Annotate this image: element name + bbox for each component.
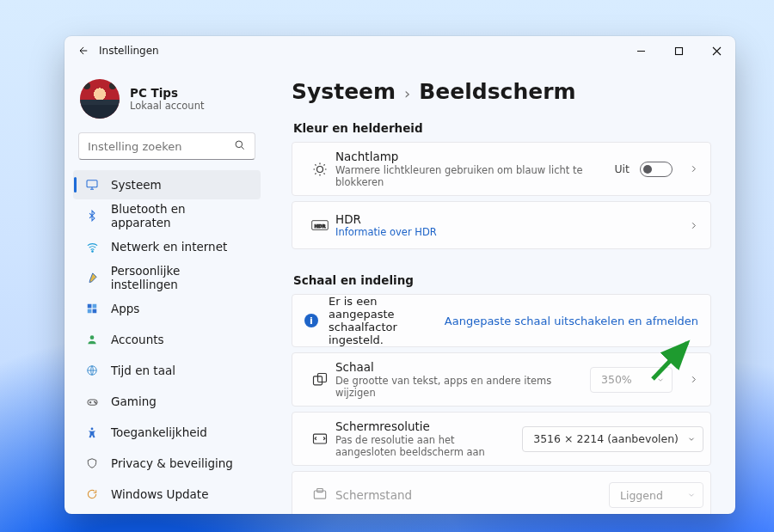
sidebar-item-apps[interactable]: Apps <box>73 294 261 323</box>
sidebar-item-bluetooth[interactable]: Bluetooth en apparaten <box>73 201 261 230</box>
svg-rect-2 <box>87 180 97 187</box>
resolution-dropdown[interactable]: 3516 × 2214 (aanbevolen) <box>522 426 703 452</box>
sidebar-item-personalization[interactable]: Persoonlijke instellingen <box>73 263 261 292</box>
svg-point-11 <box>94 401 95 401</box>
orientation-dropdown: Liggend <box>609 482 703 508</box>
bluetooth-icon <box>85 209 99 223</box>
breadcrumb-root[interactable]: Systeem <box>292 79 396 104</box>
profile-name: PC Tips <box>130 86 204 100</box>
setting-night-light[interactable]: Nachtlamp Warmere lichtkleuren gebruiken… <box>292 142 711 196</box>
paintbrush-icon <box>85 271 99 284</box>
search-input[interactable] <box>88 140 234 153</box>
svg-point-8 <box>90 335 95 339</box>
svg-rect-7 <box>93 309 97 314</box>
setting-orientation: Schermstand Liggend <box>292 471 711 514</box>
sidebar-item-label: Tijd en taal <box>111 364 175 377</box>
sidebar-item-accounts[interactable]: Accounts <box>73 325 261 354</box>
minimize-button[interactable] <box>622 36 660 65</box>
sidebar-item-system[interactable]: Systeem <box>73 170 261 199</box>
info-icon: i <box>304 314 318 327</box>
sidebar-item-label: Windows Update <box>111 487 208 501</box>
avatar <box>80 79 120 119</box>
svg-text:HDR: HDR <box>315 223 326 229</box>
orientation-value: Liggend <box>620 489 663 502</box>
sidebar-item-label: Accounts <box>111 333 164 346</box>
sidebar-item-windows-update[interactable]: Windows Update <box>73 480 261 509</box>
chevron-right-icon[interactable] <box>683 164 703 174</box>
chevron-down-icon <box>687 435 696 443</box>
update-icon <box>85 487 99 501</box>
svg-point-14 <box>317 166 323 172</box>
orientation-icon <box>304 486 335 504</box>
sidebar: PC Tips Lokaal account Systee <box>64 65 269 514</box>
hdr-icon: HDR <box>304 219 335 231</box>
setting-resolution[interactable]: Schermresolutie Pas de resolutie aan het… <box>292 412 711 466</box>
chevron-down-icon <box>656 376 665 384</box>
svg-rect-6 <box>88 309 92 314</box>
sidebar-item-label: Netwerk en internet <box>111 240 227 254</box>
night-light-title: Nachtlamp <box>335 150 605 163</box>
sidebar-item-gaming[interactable]: Gaming <box>73 387 261 416</box>
settings-window: Instellingen PC Tips <box>64 36 735 514</box>
setting-hdr[interactable]: HDR HDR Informatie over HDR <box>292 201 711 249</box>
chevron-down-icon <box>687 491 696 499</box>
profile-subtitle: Lokaal account <box>130 100 204 112</box>
hdr-title: HDR <box>335 212 674 226</box>
apps-icon <box>85 302 99 315</box>
scale-dropdown[interactable]: 350% <box>590 367 673 393</box>
svg-rect-0 <box>675 47 682 54</box>
accounts-icon <box>85 333 99 346</box>
orientation-title: Schermstand <box>335 488 600 502</box>
window-title: Instellingen <box>99 45 622 57</box>
main-content: Systeem › Beeldscherm Kleur en helderhei… <box>269 65 735 514</box>
sidebar-item-privacy[interactable]: Privacy & beveiliging <box>73 449 261 478</box>
network-icon <box>85 240 99 254</box>
sidebar-item-label: Persoonlijke instellingen <box>111 264 249 291</box>
sidebar-item-label: Systeem <box>111 178 162 192</box>
chevron-right-icon: › <box>404 84 410 102</box>
sidebar-item-label: Bluetooth en apparaten <box>111 202 249 229</box>
chevron-right-icon[interactable] <box>683 375 703 384</box>
scale-title: Schaal <box>335 360 581 374</box>
disable-custom-scale-link[interactable]: Aangepaste schaal uitschakelen en afmeld… <box>445 315 698 327</box>
section-title-brightness: Kleur en helderheid <box>292 118 711 142</box>
back-button[interactable] <box>77 45 99 57</box>
svg-rect-5 <box>93 304 97 309</box>
night-light-toggle[interactable] <box>640 162 673 177</box>
custom-scale-notice-text: Er is een aangepaste schaalfactor ingest… <box>329 295 434 346</box>
titlebar: Instellingen <box>64 36 735 65</box>
night-light-sub: Warmere lichtkleuren gebruiken om blauw … <box>335 164 605 188</box>
maximize-button[interactable] <box>660 36 697 65</box>
scale-icon <box>304 371 335 388</box>
svg-rect-4 <box>88 304 92 309</box>
chevron-right-icon[interactable] <box>683 221 703 230</box>
accessibility-icon <box>85 425 99 439</box>
svg-point-3 <box>91 250 93 252</box>
resolution-title: Schermresolutie <box>335 419 513 433</box>
scale-value: 350% <box>601 373 632 386</box>
close-button[interactable] <box>697 36 735 65</box>
page-title: Beeldscherm <box>419 79 575 104</box>
night-light-state: Uit <box>614 162 630 175</box>
scale-sub: De grootte van tekst, apps en andere ite… <box>335 375 581 399</box>
sidebar-item-time-language[interactable]: Tijd en taal <box>73 356 261 385</box>
shield-icon <box>85 456 99 470</box>
globe-icon <box>85 364 99 377</box>
sidebar-item-label: Privacy & beveiliging <box>111 456 233 470</box>
sidebar-item-accessibility[interactable]: Toegankelijkheid <box>73 418 261 447</box>
breadcrumb: Systeem › Beeldscherm <box>292 74 711 118</box>
resolution-sub: Pas de resolutie aan het aangesloten bee… <box>335 434 513 458</box>
setting-scale[interactable]: Schaal De grootte van tekst, apps en and… <box>292 352 711 407</box>
search-icon <box>234 138 246 155</box>
svg-point-1 <box>236 141 243 148</box>
sidebar-item-network[interactable]: Netwerk en internet <box>73 232 261 261</box>
profile[interactable]: PC Tips Lokaal account <box>71 74 262 131</box>
system-icon <box>85 178 99 192</box>
gaming-icon <box>85 394 99 408</box>
resolution-icon <box>304 431 335 448</box>
search-box[interactable] <box>78 132 255 160</box>
svg-point-12 <box>95 402 95 403</box>
sidebar-item-label: Toegankelijkheid <box>111 425 207 439</box>
section-title-scale: Schaal en indeling <box>292 270 711 294</box>
hdr-info-link[interactable]: Informatie over HDR <box>335 226 674 238</box>
